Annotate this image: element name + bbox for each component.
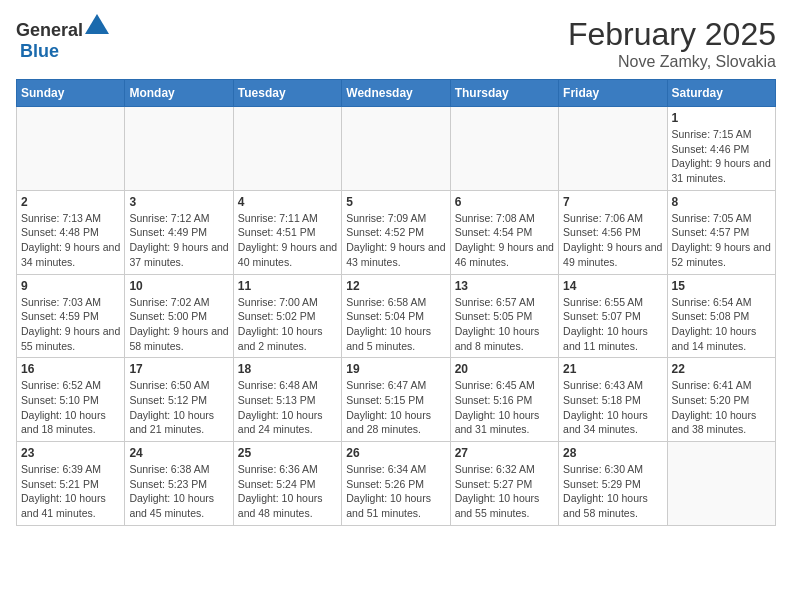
day-info: Sunrise: 6:50 AMSunset: 5:12 PMDaylight:… (129, 378, 228, 437)
day-info: Sunrise: 7:11 AMSunset: 4:51 PMDaylight:… (238, 211, 337, 270)
calendar-cell: 14Sunrise: 6:55 AMSunset: 5:07 PMDayligh… (559, 274, 667, 358)
calendar-cell (450, 107, 558, 191)
calendar-cell (342, 107, 450, 191)
day-number: 5 (346, 195, 445, 209)
day-info: Sunrise: 6:39 AMSunset: 5:21 PMDaylight:… (21, 462, 120, 521)
day-number: 21 (563, 362, 662, 376)
day-info: Sunrise: 7:06 AMSunset: 4:56 PMDaylight:… (563, 211, 662, 270)
calendar-cell: 9Sunrise: 7:03 AMSunset: 4:59 PMDaylight… (17, 274, 125, 358)
calendar-week-row-1: 1Sunrise: 7:15 AMSunset: 4:46 PMDaylight… (17, 107, 776, 191)
day-info: Sunrise: 6:34 AMSunset: 5:26 PMDaylight:… (346, 462, 445, 521)
day-number: 27 (455, 446, 554, 460)
day-number: 23 (21, 446, 120, 460)
day-number: 7 (563, 195, 662, 209)
day-number: 9 (21, 279, 120, 293)
header-saturday: Saturday (667, 80, 775, 107)
header: General Blue February 2025 Nove Zamky, S… (16, 16, 776, 71)
day-info: Sunrise: 7:08 AMSunset: 4:54 PMDaylight:… (455, 211, 554, 270)
calendar-cell: 21Sunrise: 6:43 AMSunset: 5:18 PMDayligh… (559, 358, 667, 442)
header-wednesday: Wednesday (342, 80, 450, 107)
day-number: 15 (672, 279, 771, 293)
calendar-header-row: Sunday Monday Tuesday Wednesday Thursday… (17, 80, 776, 107)
calendar-cell (233, 107, 341, 191)
day-info: Sunrise: 6:45 AMSunset: 5:16 PMDaylight:… (455, 378, 554, 437)
calendar-cell: 3Sunrise: 7:12 AMSunset: 4:49 PMDaylight… (125, 190, 233, 274)
calendar-cell: 2Sunrise: 7:13 AMSunset: 4:48 PMDaylight… (17, 190, 125, 274)
day-number: 3 (129, 195, 228, 209)
calendar-week-row-2: 2Sunrise: 7:13 AMSunset: 4:48 PMDaylight… (17, 190, 776, 274)
day-info: Sunrise: 6:58 AMSunset: 5:04 PMDaylight:… (346, 295, 445, 354)
calendar-cell: 20Sunrise: 6:45 AMSunset: 5:16 PMDayligh… (450, 358, 558, 442)
calendar-cell: 19Sunrise: 6:47 AMSunset: 5:15 PMDayligh… (342, 358, 450, 442)
calendar-cell: 8Sunrise: 7:05 AMSunset: 4:57 PMDaylight… (667, 190, 775, 274)
day-info: Sunrise: 7:00 AMSunset: 5:02 PMDaylight:… (238, 295, 337, 354)
calendar-cell: 15Sunrise: 6:54 AMSunset: 5:08 PMDayligh… (667, 274, 775, 358)
day-number: 13 (455, 279, 554, 293)
logo-icon (85, 14, 109, 34)
day-number: 6 (455, 195, 554, 209)
calendar-cell: 22Sunrise: 6:41 AMSunset: 5:20 PMDayligh… (667, 358, 775, 442)
day-number: 11 (238, 279, 337, 293)
calendar-week-row-3: 9Sunrise: 7:03 AMSunset: 4:59 PMDaylight… (17, 274, 776, 358)
day-info: Sunrise: 6:54 AMSunset: 5:08 PMDaylight:… (672, 295, 771, 354)
calendar-week-row-4: 16Sunrise: 6:52 AMSunset: 5:10 PMDayligh… (17, 358, 776, 442)
header-tuesday: Tuesday (233, 80, 341, 107)
calendar-cell: 4Sunrise: 7:11 AMSunset: 4:51 PMDaylight… (233, 190, 341, 274)
calendar-cell: 12Sunrise: 6:58 AMSunset: 5:04 PMDayligh… (342, 274, 450, 358)
day-info: Sunrise: 6:43 AMSunset: 5:18 PMDaylight:… (563, 378, 662, 437)
day-info: Sunrise: 6:38 AMSunset: 5:23 PMDaylight:… (129, 462, 228, 521)
calendar-cell: 13Sunrise: 6:57 AMSunset: 5:05 PMDayligh… (450, 274, 558, 358)
day-info: Sunrise: 6:52 AMSunset: 5:10 PMDaylight:… (21, 378, 120, 437)
day-number: 4 (238, 195, 337, 209)
calendar-cell (667, 442, 775, 526)
day-number: 25 (238, 446, 337, 460)
day-info: Sunrise: 7:13 AMSunset: 4:48 PMDaylight:… (21, 211, 120, 270)
calendar-cell: 10Sunrise: 7:02 AMSunset: 5:00 PMDayligh… (125, 274, 233, 358)
calendar-cell: 17Sunrise: 6:50 AMSunset: 5:12 PMDayligh… (125, 358, 233, 442)
day-number: 1 (672, 111, 771, 125)
logo: General Blue (16, 16, 109, 62)
day-number: 14 (563, 279, 662, 293)
header-monday: Monday (125, 80, 233, 107)
day-number: 19 (346, 362, 445, 376)
day-info: Sunrise: 6:41 AMSunset: 5:20 PMDaylight:… (672, 378, 771, 437)
calendar-cell: 5Sunrise: 7:09 AMSunset: 4:52 PMDaylight… (342, 190, 450, 274)
day-info: Sunrise: 7:15 AMSunset: 4:46 PMDaylight:… (672, 127, 771, 186)
day-number: 16 (21, 362, 120, 376)
day-info: Sunrise: 6:55 AMSunset: 5:07 PMDaylight:… (563, 295, 662, 354)
calendar-week-row-5: 23Sunrise: 6:39 AMSunset: 5:21 PMDayligh… (17, 442, 776, 526)
day-number: 22 (672, 362, 771, 376)
day-info: Sunrise: 7:05 AMSunset: 4:57 PMDaylight:… (672, 211, 771, 270)
day-number: 12 (346, 279, 445, 293)
title-area: February 2025 Nove Zamky, Slovakia (568, 16, 776, 71)
day-number: 8 (672, 195, 771, 209)
day-info: Sunrise: 7:03 AMSunset: 4:59 PMDaylight:… (21, 295, 120, 354)
calendar-cell: 26Sunrise: 6:34 AMSunset: 5:26 PMDayligh… (342, 442, 450, 526)
header-friday: Friday (559, 80, 667, 107)
calendar-cell: 24Sunrise: 6:38 AMSunset: 5:23 PMDayligh… (125, 442, 233, 526)
header-sunday: Sunday (17, 80, 125, 107)
day-info: Sunrise: 6:36 AMSunset: 5:24 PMDaylight:… (238, 462, 337, 521)
calendar-cell: 25Sunrise: 6:36 AMSunset: 5:24 PMDayligh… (233, 442, 341, 526)
day-number: 10 (129, 279, 228, 293)
header-thursday: Thursday (450, 80, 558, 107)
day-number: 2 (21, 195, 120, 209)
day-info: Sunrise: 6:32 AMSunset: 5:27 PMDaylight:… (455, 462, 554, 521)
day-info: Sunrise: 6:47 AMSunset: 5:15 PMDaylight:… (346, 378, 445, 437)
day-info: Sunrise: 7:02 AMSunset: 5:00 PMDaylight:… (129, 295, 228, 354)
calendar-cell: 11Sunrise: 7:00 AMSunset: 5:02 PMDayligh… (233, 274, 341, 358)
location-subtitle: Nove Zamky, Slovakia (568, 53, 776, 71)
day-number: 20 (455, 362, 554, 376)
logo-blue: Blue (16, 41, 59, 61)
day-info: Sunrise: 7:12 AMSunset: 4:49 PMDaylight:… (129, 211, 228, 270)
day-number: 28 (563, 446, 662, 460)
calendar-cell: 7Sunrise: 7:06 AMSunset: 4:56 PMDaylight… (559, 190, 667, 274)
calendar-table: Sunday Monday Tuesday Wednesday Thursday… (16, 79, 776, 526)
month-title: February 2025 (568, 16, 776, 53)
calendar-cell (559, 107, 667, 191)
calendar-cell: 27Sunrise: 6:32 AMSunset: 5:27 PMDayligh… (450, 442, 558, 526)
calendar-cell: 28Sunrise: 6:30 AMSunset: 5:29 PMDayligh… (559, 442, 667, 526)
calendar-cell: 6Sunrise: 7:08 AMSunset: 4:54 PMDaylight… (450, 190, 558, 274)
calendar-cell (125, 107, 233, 191)
day-info: Sunrise: 6:57 AMSunset: 5:05 PMDaylight:… (455, 295, 554, 354)
